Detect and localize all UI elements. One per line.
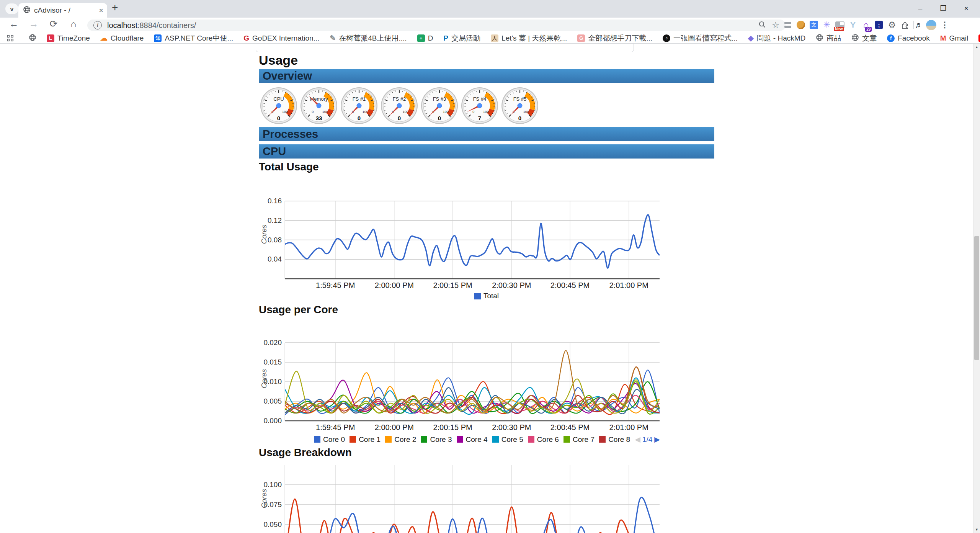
bookmark-favicon-icon: L bbox=[47, 34, 54, 42]
bookmark-item[interactable]: GGoDEX Internation... bbox=[243, 34, 319, 43]
svg-text:0: 0 bbox=[277, 115, 280, 121]
bookmark-favicon-icon: ◔ bbox=[663, 34, 670, 42]
svg-text:2:00:00 PM: 2:00:00 PM bbox=[375, 281, 414, 289]
bookmark-item[interactable]: MGmail bbox=[940, 34, 968, 43]
asterisk-extension-icon[interactable]: ✳ bbox=[821, 19, 833, 31]
browser-toolbar: ← → ⟳ ⌂ i localhost:8884/containers/ ☆ 文… bbox=[0, 18, 980, 33]
gauge-fs-3: 0100FS #30 bbox=[420, 87, 459, 126]
legend-item-core-0: Core 0 bbox=[314, 435, 345, 444]
tab-title: cAdvisor - / bbox=[34, 6, 95, 15]
pager-next-icon[interactable]: ▶ bbox=[654, 435, 660, 444]
bookmark-item[interactable]: +D bbox=[417, 34, 433, 43]
menu-dots-icon[interactable]: ⋮ bbox=[939, 19, 951, 31]
homebase-extension-icon[interactable]: ⌂29 bbox=[860, 19, 872, 31]
reading-list-icon[interactable] bbox=[782, 19, 794, 31]
bookmark-item[interactable]: ✎在树莓派4B上使用.... bbox=[330, 33, 407, 43]
scrollbar-thumb[interactable] bbox=[974, 236, 979, 360]
bookmark-item[interactable]: P交易活動 bbox=[443, 33, 480, 43]
legend-label: Core 2 bbox=[394, 435, 416, 444]
bookmark-label: 交易活動 bbox=[451, 33, 480, 43]
svg-text:1:59:45 PM: 1:59:45 PM bbox=[316, 281, 355, 289]
pager-prev-icon[interactable]: ◀ bbox=[635, 435, 640, 444]
bookmark-item[interactable]: 知ASP.NET Core中使... bbox=[154, 33, 233, 43]
bookmark-item[interactable]: G全部都想手刀下載... bbox=[577, 33, 652, 43]
svg-text:FS #2: FS #2 bbox=[393, 96, 406, 102]
zoom-icon[interactable] bbox=[758, 20, 766, 31]
svg-text:2:00:30 PM: 2:00:30 PM bbox=[492, 281, 531, 289]
usage-per-core-legend: Core 0Core 1Core 2Core 3Core 4Core 5Core… bbox=[314, 435, 660, 444]
cookie-icon[interactable] bbox=[795, 19, 807, 31]
bookmark-item[interactable]: ◔一張圖看懂寫程式... bbox=[663, 33, 738, 43]
new-tab-button[interactable]: + bbox=[112, 2, 118, 14]
url-path: :8884/containers/ bbox=[137, 21, 196, 30]
apps-grid-icon[interactable] bbox=[7, 35, 13, 41]
wishbone-extension-icon[interactable]: Y bbox=[847, 19, 859, 31]
scroll-down-arrow[interactable]: ▼ bbox=[973, 528, 980, 531]
semicolon-extension-icon[interactable]: ; bbox=[873, 19, 885, 31]
globe-favicon-icon bbox=[23, 6, 31, 15]
bookmark-item[interactable]: 文章 bbox=[851, 33, 877, 43]
translate-icon[interactable]: 文 bbox=[808, 19, 820, 31]
bookmark-star-icon[interactable]: ☆ bbox=[772, 20, 779, 30]
legend-label: Core 5 bbox=[501, 435, 523, 444]
bookmark-item[interactable]: 人Let's 蓁 | 天然果乾... bbox=[491, 33, 567, 43]
section-header-processes[interactable]: Processes bbox=[259, 127, 714, 141]
bookmark-item[interactable] bbox=[29, 34, 36, 43]
legend-label: Core 8 bbox=[608, 435, 630, 444]
bookmark-item[interactable]: ☁Cloudflare bbox=[100, 34, 144, 43]
window-controls: – ❐ × bbox=[909, 0, 978, 18]
info-icon[interactable]: i bbox=[93, 21, 102, 29]
profile-avatar-icon[interactable] bbox=[925, 19, 937, 31]
tab-search-button[interactable]: v bbox=[5, 3, 18, 14]
vertical-scrollbar[interactable]: ▲ ▼ bbox=[973, 44, 980, 533]
pager-label: 1/4 bbox=[642, 435, 652, 444]
svg-text:0.000: 0.000 bbox=[263, 417, 282, 425]
forward-icon: → bbox=[27, 18, 41, 29]
svg-text:Memory: Memory bbox=[310, 96, 328, 102]
bookmark-item[interactable]: ◆問題 - HackMD bbox=[748, 33, 805, 43]
legend-item-core-2: Core 2 bbox=[385, 435, 416, 444]
svg-text:0.04: 0.04 bbox=[268, 255, 282, 263]
gauge-cpu: 0100CPU0 bbox=[260, 87, 298, 126]
gauge-fs-4: 0100FS #47 bbox=[461, 87, 499, 126]
minimize-button[interactable]: – bbox=[909, 0, 932, 18]
home-icon[interactable]: ⌂ bbox=[67, 18, 80, 29]
svg-text:FS #3: FS #3 bbox=[433, 96, 446, 102]
pip-extension-icon[interactable]: New bbox=[834, 19, 846, 31]
address-bar[interactable]: i localhost:8884/containers/ ☆ bbox=[87, 20, 786, 31]
playlist-icon[interactable]: ♬ bbox=[913, 19, 924, 31]
total-usage-chart: 1:59:45 PM2:00:00 PM2:00:15 PM2:00:30 PM… bbox=[259, 178, 714, 290]
usage-per-core-chart: 1:59:45 PM2:00:00 PM2:00:15 PM2:00:30 PM… bbox=[259, 324, 714, 434]
legend-item-core-1: Core 1 bbox=[350, 435, 381, 444]
bookmark-item[interactable]: fFacebook bbox=[887, 34, 929, 43]
bookmark-item[interactable]: 商品 bbox=[816, 33, 841, 43]
restore-button[interactable]: ❐ bbox=[932, 0, 955, 18]
svg-text:100: 100 bbox=[282, 110, 288, 114]
svg-text:100: 100 bbox=[483, 110, 489, 114]
gauge-fs-2: 0100FS #20 bbox=[380, 87, 418, 126]
legend-item-core-4: Core 4 bbox=[457, 435, 488, 444]
extensions-puzzle-icon[interactable] bbox=[899, 19, 911, 31]
reload-icon[interactable]: ⟳ bbox=[47, 18, 60, 29]
section-header-cpu[interactable]: CPU bbox=[259, 144, 714, 159]
svg-text:FS #5: FS #5 bbox=[513, 96, 527, 102]
svg-text:2:01:00 PM: 2:01:00 PM bbox=[609, 423, 648, 432]
tab-close-icon[interactable]: × bbox=[99, 6, 103, 15]
bookmark-favicon-icon: ☁ bbox=[100, 34, 108, 43]
bookmark-item[interactable]: LTimeZone bbox=[47, 34, 90, 43]
close-button[interactable]: × bbox=[955, 0, 978, 18]
bookmark-favicon-icon: ◆ bbox=[748, 34, 754, 43]
svg-text:100: 100 bbox=[443, 110, 449, 114]
bookmark-item[interactable]: ▶YouTube bbox=[978, 34, 980, 43]
chevron-down-icon: v bbox=[10, 6, 13, 12]
scroll-up-arrow[interactable]: ▲ bbox=[973, 45, 980, 49]
settings-gear-icon[interactable]: ⚙ bbox=[886, 19, 898, 31]
legend-label: Core 6 bbox=[537, 435, 559, 444]
svg-text:2:00:15 PM: 2:00:15 PM bbox=[433, 281, 472, 289]
browser-chrome: v cAdvisor - / × + – ❐ × ← → ⟳ ⌂ i local… bbox=[0, 0, 980, 44]
legend-item-core-8: Core 8 bbox=[599, 435, 630, 444]
browser-tab[interactable]: cAdvisor - / × bbox=[18, 3, 107, 18]
bookmark-label: Let's 蓁 | 天然果乾... bbox=[501, 33, 567, 43]
legend-label: Core 0 bbox=[323, 435, 345, 444]
back-icon[interactable]: ← bbox=[7, 18, 21, 29]
